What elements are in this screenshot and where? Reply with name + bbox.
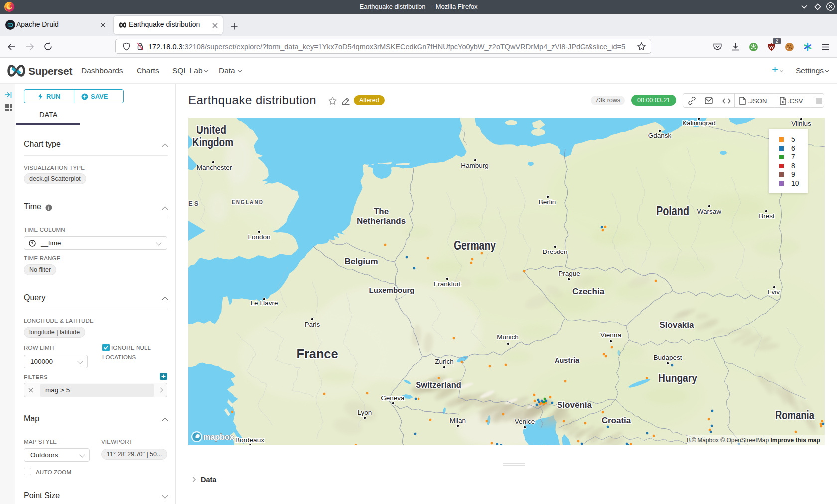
svg-text:10: 10 bbox=[791, 179, 799, 187]
svg-text:Warsaw: Warsaw bbox=[698, 208, 722, 215]
svg-text:Budapest: Budapest bbox=[653, 354, 682, 361]
svg-text:Le Havre: Le Havre bbox=[251, 299, 278, 307]
svg-text:Kaliningrad: Kaliningrad bbox=[682, 119, 716, 126]
svg-text:mapbox: mapbox bbox=[203, 432, 235, 441]
svg-text:5: 5 bbox=[791, 135, 795, 143]
svg-text:Lyon: Lyon bbox=[358, 409, 372, 416]
svg-text:Frankfurt: Frankfurt bbox=[434, 280, 461, 288]
svg-text:Hungary: Hungary bbox=[658, 371, 698, 384]
svg-text:Zurich: Zurich bbox=[435, 358, 454, 365]
svg-text:Brest: Brest bbox=[759, 212, 775, 220]
svg-text:Gdansk: Gdansk bbox=[648, 132, 672, 139]
svg-text:United: United bbox=[196, 123, 226, 136]
svg-text:Geneva: Geneva bbox=[381, 394, 405, 402]
svg-text:Romania: Romania bbox=[775, 408, 814, 422]
svg-text:Czechia: Czechia bbox=[572, 287, 605, 296]
svg-text:Bordeaux: Bordeaux bbox=[235, 436, 264, 444]
svg-text:Kingdom: Kingdom bbox=[192, 135, 233, 149]
svg-text:Slovenia: Slovenia bbox=[557, 400, 592, 410]
svg-text:Berlin: Berlin bbox=[539, 198, 556, 206]
svg-text:Slovakia: Slovakia bbox=[660, 320, 695, 330]
svg-text:France: France bbox=[297, 346, 338, 361]
svg-text:Manchester: Manchester bbox=[197, 164, 232, 171]
svg-text:Munich: Munich bbox=[497, 333, 519, 341]
svg-text:Hamburg: Hamburg bbox=[461, 162, 489, 169]
svg-text:Paris: Paris bbox=[305, 321, 320, 328]
svg-text:Austria: Austria bbox=[555, 356, 579, 364]
svg-text:Switzerland: Switzerland bbox=[416, 380, 461, 389]
svg-text:9: 9 bbox=[791, 170, 795, 178]
svg-text:Netherlands: Netherlands bbox=[357, 216, 406, 226]
svg-text:Milan: Milan bbox=[450, 417, 466, 424]
svg-text:Venice: Venice bbox=[515, 418, 535, 425]
svg-text:Croatia: Croatia bbox=[602, 416, 631, 425]
svg-text:Lviv: Lviv bbox=[768, 288, 780, 296]
svg-text:Poland: Poland bbox=[656, 203, 689, 218]
svg-text:Vilnius: Vilnius bbox=[791, 120, 811, 127]
svg-text:ENGLAND: ENGLAND bbox=[232, 198, 264, 206]
svg-text:Prague: Prague bbox=[558, 270, 580, 277]
svg-text:8: 8 bbox=[791, 162, 795, 170]
svg-text:B© Mapbox © OpenStreetMap Impr: B© Mapbox © OpenStreetMap Improve this m… bbox=[687, 437, 820, 444]
svg-text:ES: ES bbox=[188, 200, 200, 207]
svg-text:The: The bbox=[374, 207, 389, 216]
svg-text:London: London bbox=[248, 233, 270, 241]
svg-text:Vienna: Vienna bbox=[600, 331, 621, 339]
svg-text:6: 6 bbox=[791, 144, 795, 152]
svg-text:Germany: Germany bbox=[454, 238, 496, 252]
svg-text:7: 7 bbox=[791, 153, 795, 161]
svg-text:Dresden: Dresden bbox=[542, 248, 567, 255]
svg-text:Belgium: Belgium bbox=[344, 257, 378, 266]
svg-text:Luxembourg: Luxembourg bbox=[369, 286, 415, 294]
